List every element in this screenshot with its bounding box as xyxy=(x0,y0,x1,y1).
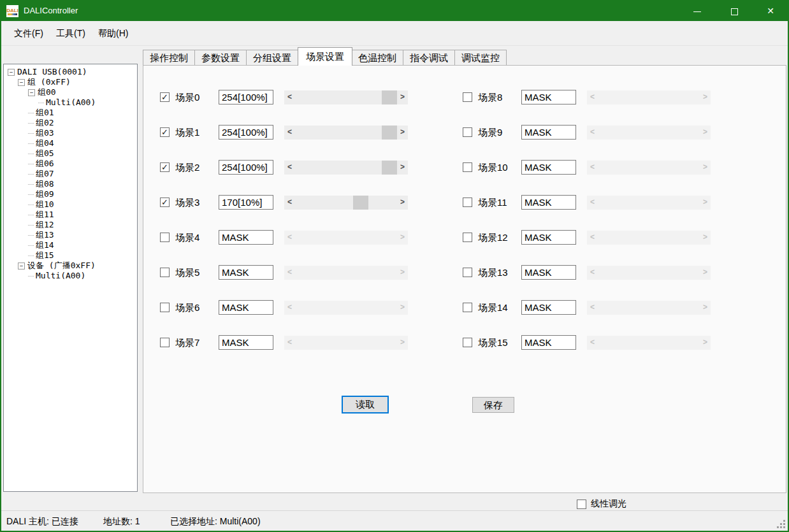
scene-level-scrollbar[interactable]: <> xyxy=(587,266,711,280)
scroll-left-icon[interactable]: < xyxy=(587,161,598,175)
scene-level-scrollbar[interactable]: <> xyxy=(587,161,711,175)
minimize-button[interactable] xyxy=(681,1,713,21)
scroll-right-icon[interactable]: > xyxy=(700,266,711,280)
tree-item[interactable]: −组00 xyxy=(4,87,137,97)
scene-value-input[interactable] xyxy=(521,90,576,104)
scene-value-input[interactable] xyxy=(219,265,273,280)
scrollbar-thumb[interactable] xyxy=(353,196,368,210)
resize-grip[interactable] xyxy=(777,520,786,529)
scene-checkbox[interactable] xyxy=(463,92,472,102)
scene-level-scrollbar[interactable]: <> xyxy=(284,301,408,315)
scene-checkbox[interactable]: ✓ xyxy=(160,162,170,172)
linear-dimming-checkbox[interactable] xyxy=(577,500,586,509)
scene-level-scrollbar[interactable]: <> xyxy=(587,301,711,315)
tree-item[interactable]: 组01 xyxy=(4,108,137,118)
scene-checkbox[interactable] xyxy=(160,233,170,242)
scrollbar-thumb[interactable] xyxy=(382,161,397,175)
scroll-right-icon[interactable]: > xyxy=(700,301,711,315)
tree-item[interactable]: 组08 xyxy=(4,179,137,189)
scroll-right-icon[interactable]: > xyxy=(397,231,408,245)
scroll-right-icon[interactable]: > xyxy=(700,161,711,175)
scene-level-scrollbar[interactable]: <> xyxy=(284,90,408,104)
scroll-left-icon[interactable]: < xyxy=(284,126,295,140)
tab-分组设置[interactable]: 分组设置 xyxy=(247,50,298,66)
scene-checkbox[interactable] xyxy=(160,338,170,347)
scrollbar-thumb[interactable] xyxy=(382,126,397,140)
tree-item[interactable]: 组10 xyxy=(4,199,137,210)
tree-item[interactable]: 组11 xyxy=(4,210,137,220)
scene-checkbox[interactable] xyxy=(463,233,472,242)
scroll-left-icon[interactable]: < xyxy=(587,231,598,245)
scene-level-scrollbar[interactable]: <> xyxy=(284,196,408,210)
menu-help[interactable]: 帮助(H) xyxy=(90,21,136,45)
scroll-left-icon[interactable]: < xyxy=(587,126,598,140)
tree-item[interactable]: 组14 xyxy=(4,240,137,250)
scene-checkbox[interactable]: ✓ xyxy=(160,127,170,137)
scene-value-input[interactable] xyxy=(219,335,273,350)
scroll-left-icon[interactable]: < xyxy=(284,161,295,175)
tab-场景设置[interactable]: 场景设置 xyxy=(298,47,352,66)
scroll-left-icon[interactable]: < xyxy=(284,266,295,280)
scene-level-scrollbar[interactable]: <> xyxy=(284,231,408,245)
tree-item[interactable]: 组15 xyxy=(4,250,137,261)
tree-collapse-icon[interactable]: − xyxy=(8,69,15,76)
maximize-button[interactable] xyxy=(718,1,750,21)
scroll-left-icon[interactable]: < xyxy=(284,90,295,104)
scene-level-scrollbar[interactable]: <> xyxy=(587,126,711,140)
tab-参数设置[interactable]: 参数设置 xyxy=(195,50,247,66)
tree-item[interactable]: −DALI USB(0001) xyxy=(4,67,137,77)
scroll-right-icon[interactable]: > xyxy=(700,336,711,350)
scroll-left-icon[interactable]: < xyxy=(284,196,295,210)
tree-item[interactable]: 组06 xyxy=(4,159,137,169)
tree-collapse-icon[interactable]: − xyxy=(28,89,35,96)
scene-checkbox[interactable]: ✓ xyxy=(160,92,170,102)
scene-value-input[interactable] xyxy=(521,195,576,210)
scene-checkbox[interactable] xyxy=(463,198,472,207)
scroll-right-icon[interactable]: > xyxy=(700,90,711,104)
scene-checkbox[interactable]: ✓ xyxy=(160,198,170,207)
scroll-right-icon[interactable]: > xyxy=(397,301,408,315)
tree-item[interactable]: 组05 xyxy=(4,148,137,159)
scene-level-scrollbar[interactable]: <> xyxy=(587,196,711,210)
scroll-left-icon[interactable]: < xyxy=(587,90,598,104)
scroll-right-icon[interactable]: > xyxy=(397,196,408,210)
scene-value-input[interactable] xyxy=(219,125,273,140)
scroll-right-icon[interactable]: > xyxy=(397,161,408,175)
scene-level-scrollbar[interactable]: <> xyxy=(284,161,408,175)
scene-checkbox[interactable] xyxy=(160,268,170,277)
tree-item[interactable]: 组13 xyxy=(4,230,137,240)
scene-checkbox[interactable] xyxy=(160,303,170,312)
scroll-right-icon[interactable]: > xyxy=(397,336,408,350)
scene-checkbox[interactable] xyxy=(463,127,472,137)
scroll-right-icon[interactable]: > xyxy=(397,126,408,140)
tab-操作控制[interactable]: 操作控制 xyxy=(143,50,195,66)
tree-item[interactable]: 组04 xyxy=(4,138,137,148)
scene-level-scrollbar[interactable]: <> xyxy=(284,126,408,140)
scene-checkbox[interactable] xyxy=(463,303,472,312)
scene-checkbox[interactable] xyxy=(463,338,472,347)
scene-value-input[interactable] xyxy=(521,125,576,140)
tree-item[interactable]: 组12 xyxy=(4,220,137,230)
scene-level-scrollbar[interactable]: <> xyxy=(284,336,408,350)
scene-checkbox[interactable] xyxy=(463,268,472,277)
scene-value-input[interactable] xyxy=(521,160,576,175)
close-button[interactable]: ✕ xyxy=(755,1,786,21)
scroll-right-icon[interactable]: > xyxy=(397,90,408,104)
scene-value-input[interactable] xyxy=(521,265,576,280)
tree-item[interactable]: 组07 xyxy=(4,169,137,179)
scroll-right-icon[interactable]: > xyxy=(700,196,711,210)
tab-指令调试[interactable]: 指令调试 xyxy=(403,50,455,66)
scene-value-input[interactable] xyxy=(219,195,273,210)
tree-item[interactable]: 组09 xyxy=(4,189,137,199)
tab-色温控制[interactable]: 色温控制 xyxy=(352,50,403,66)
scrollbar-thumb[interactable] xyxy=(382,90,397,104)
scroll-left-icon[interactable]: < xyxy=(284,336,295,350)
scroll-left-icon[interactable]: < xyxy=(284,301,295,315)
scene-value-input[interactable] xyxy=(521,230,576,245)
scene-value-input[interactable] xyxy=(521,335,576,350)
tree-item[interactable]: 组02 xyxy=(4,118,137,128)
tree-collapse-icon[interactable]: − xyxy=(18,79,25,86)
scene-value-input[interactable] xyxy=(521,300,576,315)
scene-value-input[interactable] xyxy=(219,230,273,245)
scene-level-scrollbar[interactable]: <> xyxy=(284,266,408,280)
